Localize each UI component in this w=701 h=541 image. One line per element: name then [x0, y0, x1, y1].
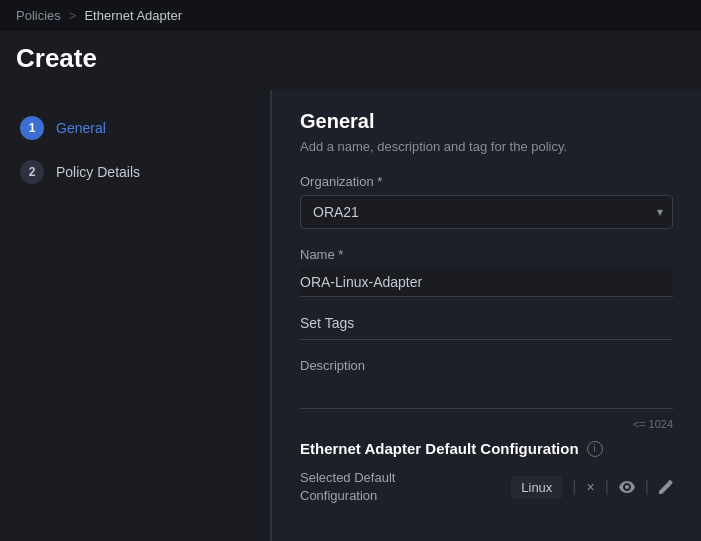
- sidebar-item-policy-details[interactable]: 2 Policy Details: [0, 150, 270, 194]
- organization-select-wrapper: ORA21 ▾: [300, 195, 673, 229]
- organization-group: Organization * ORA21 ▾: [300, 174, 673, 229]
- edit-icon[interactable]: [659, 480, 673, 494]
- breadcrumb-current: Ethernet Adapter: [84, 8, 182, 23]
- page-title: Create: [0, 31, 701, 90]
- set-tags-section: Set Tags: [300, 315, 673, 340]
- description-label: Description: [300, 358, 673, 373]
- selected-default-label: Selected DefaultConfiguration: [300, 469, 395, 505]
- name-group: Name *: [300, 247, 673, 297]
- info-icon[interactable]: i: [587, 441, 603, 457]
- view-icon[interactable]: [619, 481, 635, 493]
- step-number-2: 2: [20, 160, 44, 184]
- config-separator-2: |: [605, 478, 609, 496]
- breadcrumb-separator: >: [69, 8, 77, 23]
- sidebar-label-general: General: [56, 120, 106, 136]
- sidebar: 1 General 2 Policy Details: [0, 90, 270, 541]
- name-input[interactable]: [300, 268, 673, 297]
- close-icon[interactable]: ×: [587, 479, 595, 495]
- config-row: Selected DefaultConfiguration Linux | × …: [300, 469, 673, 505]
- ethernet-title-row: Ethernet Adapter Default Configuration i: [300, 440, 673, 457]
- ethernet-title: Ethernet Adapter Default Configuration: [300, 440, 579, 457]
- name-label: Name *: [300, 247, 673, 262]
- sidebar-label-policy-details: Policy Details: [56, 164, 140, 180]
- sidebar-item-general[interactable]: 1 General: [0, 106, 270, 150]
- description-group: Description <= 1024: [300, 358, 673, 412]
- form-section-title: General: [300, 110, 673, 133]
- breadcrumb-policies[interactable]: Policies: [16, 8, 61, 23]
- form-panel: General Add a name, description and tag …: [272, 90, 701, 541]
- config-separator-1: |: [572, 478, 576, 496]
- config-actions: Linux | × | |: [511, 476, 673, 499]
- ethernet-section: Ethernet Adapter Default Configuration i…: [300, 440, 673, 505]
- config-value: Linux: [511, 476, 562, 499]
- form-section-subtitle: Add a name, description and tag for the …: [300, 139, 673, 154]
- description-input[interactable]: [300, 377, 673, 409]
- char-limit: <= 1024: [633, 418, 673, 430]
- organization-select[interactable]: ORA21: [300, 195, 673, 229]
- config-separator-3: |: [645, 478, 649, 496]
- set-tags-label[interactable]: Set Tags: [300, 315, 673, 340]
- step-number-1: 1: [20, 116, 44, 140]
- organization-label: Organization *: [300, 174, 673, 189]
- top-bar: Policies > Ethernet Adapter: [0, 0, 701, 31]
